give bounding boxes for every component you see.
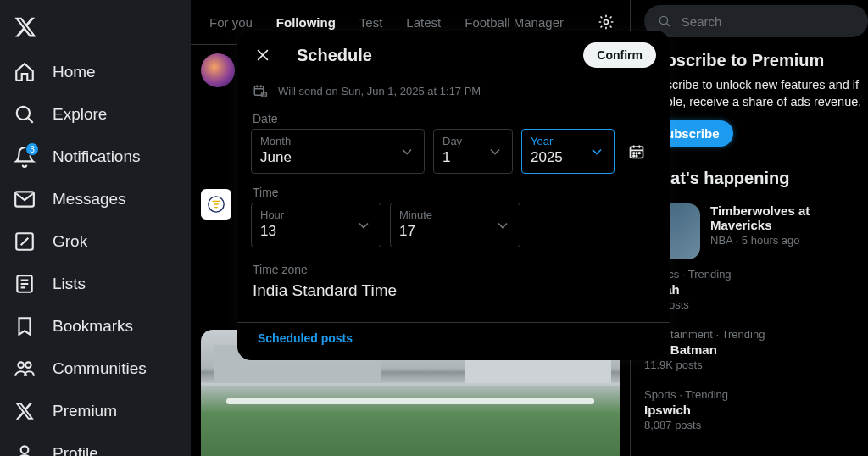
nav-profile[interactable]: Profile xyxy=(0,432,191,456)
nav-label: Explore xyxy=(53,105,107,124)
profile-icon xyxy=(14,442,36,456)
nav-label: Premium xyxy=(53,402,117,420)
nav-label: Lists xyxy=(53,275,86,293)
send-info-text: Will send on Sun, Jun 1, 2025 at 1:17 PM xyxy=(278,85,481,97)
trend-category: Entertainment · Trending xyxy=(644,328,868,341)
home-icon xyxy=(14,61,36,83)
nav-premium[interactable]: Premium xyxy=(0,390,191,432)
search-input[interactable] xyxy=(682,14,854,29)
calendar-button[interactable] xyxy=(623,138,650,165)
nav-bookmarks[interactable]: Bookmarks xyxy=(0,305,191,348)
bookmark-icon xyxy=(14,315,36,337)
schedule-icon xyxy=(253,83,268,98)
day-select[interactable]: Day 1 xyxy=(433,129,513,174)
gear-icon xyxy=(598,14,615,31)
confirm-button[interactable]: Confirm xyxy=(583,42,656,68)
calendar-icon xyxy=(628,143,645,160)
nav-explore[interactable]: Explore xyxy=(0,93,191,136)
timezone-value: India Standard Time xyxy=(251,280,656,300)
trend-count: 11.9K posts xyxy=(644,359,868,371)
nav-label: Home xyxy=(53,63,96,81)
nav-label: Communities xyxy=(53,359,147,378)
app-logo[interactable] xyxy=(0,7,191,51)
date-label: Date xyxy=(251,112,656,125)
scheduled-posts-link[interactable]: Scheduled posts xyxy=(237,322,670,345)
svg-point-16 xyxy=(633,155,635,157)
mail-icon xyxy=(14,188,36,210)
select-value: June xyxy=(260,149,415,166)
chevron-down-icon xyxy=(487,143,504,160)
month-select[interactable]: Month June xyxy=(251,129,425,174)
nav-label: Bookmarks xyxy=(53,317,133,336)
lists-icon xyxy=(14,273,36,295)
hour-select[interactable]: Hour 13 xyxy=(251,203,381,247)
grok-icon xyxy=(14,231,36,253)
close-icon xyxy=(254,47,271,64)
search-box[interactable] xyxy=(644,5,868,37)
svg-point-5 xyxy=(25,362,31,368)
bell-icon: 3 xyxy=(14,146,36,168)
select-label: Month xyxy=(260,135,415,147)
premium-body: Subscribe to unlock new features and if … xyxy=(644,77,868,110)
trend-item[interactable]: Entertainment · Trending The Batman 11.9… xyxy=(644,320,868,380)
nav-label: Grok xyxy=(53,232,87,251)
trend-topic: Ipswich xyxy=(644,403,868,417)
nav-lists[interactable]: Lists xyxy=(0,263,191,305)
trend-count: 1M posts xyxy=(644,298,868,311)
nav-label: Notifications xyxy=(53,147,141,166)
schedule-modal: Schedule Confirm Will send on Sun, Jun 1… xyxy=(237,31,670,360)
nav-messages[interactable]: Messages xyxy=(0,178,191,220)
trend-category: Politics · Trending xyxy=(644,268,868,281)
nav-home[interactable]: Home xyxy=(0,51,191,93)
svg-point-9 xyxy=(659,16,667,24)
send-info: Will send on Sun, Jun 1, 2025 at 1:17 PM xyxy=(251,80,656,112)
close-button[interactable] xyxy=(251,43,275,67)
post-avatar[interactable] xyxy=(201,189,231,220)
game-subtitle: NBA · 5 hours ago xyxy=(710,234,868,247)
minute-select[interactable]: Minute 17 xyxy=(390,203,520,247)
notification-badge: 3 xyxy=(25,142,39,156)
year-select[interactable]: Year 2025 xyxy=(521,129,615,174)
happening-title: What's happening xyxy=(644,169,868,188)
svg-point-15 xyxy=(639,152,641,153)
x-icon xyxy=(14,400,36,422)
trend-topic: Rafah xyxy=(644,282,868,297)
sidebar: Home Explore 3 Notifications Messages Gr… xyxy=(0,0,191,456)
x-logo-icon xyxy=(14,15,37,39)
nav-notifications[interactable]: 3 Notifications xyxy=(0,136,191,178)
chevron-down-icon xyxy=(494,217,511,234)
trend-topic: The Batman xyxy=(644,342,868,357)
chevron-down-icon xyxy=(355,217,372,234)
modal-title: Schedule xyxy=(297,46,561,65)
svg-point-4 xyxy=(18,362,24,368)
search-icon xyxy=(658,14,671,29)
timezone-label: Time zone xyxy=(251,263,656,276)
premium-card: Subscribe to Premium Subscribe to unlock… xyxy=(644,51,868,147)
search-icon xyxy=(14,103,36,125)
trend-count: 8,087 posts xyxy=(644,419,868,431)
svg-point-6 xyxy=(21,446,29,453)
timeline-settings-button[interactable] xyxy=(589,14,623,31)
premium-title: Subscribe to Premium xyxy=(644,51,868,70)
time-label: Time xyxy=(251,186,656,199)
svg-point-17 xyxy=(636,155,637,157)
trend-item[interactable]: Sports · Trending Ipswich 8,087 posts xyxy=(644,380,868,440)
svg-point-7 xyxy=(604,20,609,25)
svg-point-14 xyxy=(636,152,637,153)
trend-game[interactable]: Timberwolves at Mavericks NBA · 5 hours … xyxy=(644,198,868,259)
post-avatar[interactable] xyxy=(201,53,235,87)
nav-communities[interactable]: Communities xyxy=(0,348,191,390)
svg-point-13 xyxy=(633,152,635,153)
chevron-down-icon xyxy=(588,143,605,160)
nav-label: Profile xyxy=(53,444,98,456)
game-title: Timberwolves at Mavericks xyxy=(710,203,868,232)
nav-grok[interactable]: Grok xyxy=(0,220,191,263)
chevron-down-icon xyxy=(398,143,415,160)
trend-category: Sports · Trending xyxy=(644,388,868,401)
trend-item[interactable]: Politics · Trending Rafah 1M posts xyxy=(644,259,868,320)
svg-point-0 xyxy=(17,107,30,120)
nav-label: Messages xyxy=(53,190,126,209)
communities-icon xyxy=(14,358,36,380)
